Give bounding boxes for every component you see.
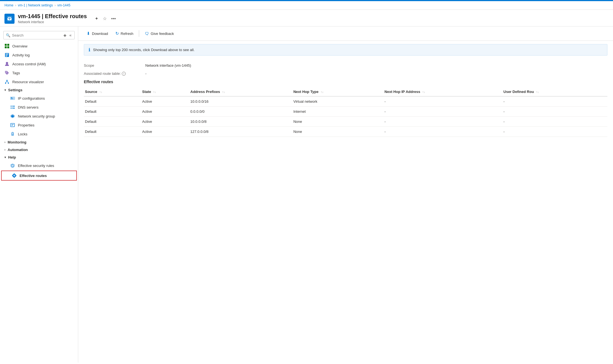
sidebar-section-automation[interactable]: › Automation bbox=[0, 146, 78, 154]
route-table-label: Associated route table: i bbox=[84, 71, 145, 76]
monitoring-label: Monitoring bbox=[8, 140, 26, 144]
resource-icon bbox=[4, 14, 15, 24]
route-table-value: - bbox=[145, 71, 146, 76]
monitoring-chevron: › bbox=[4, 141, 5, 144]
sidebar-item-resource-visualizer[interactable]: Resource visualizer bbox=[0, 77, 78, 86]
overview-icon bbox=[4, 44, 9, 49]
svg-point-11 bbox=[6, 80, 8, 81]
sidebar-search-box[interactable]: 🔍 ◈ « bbox=[3, 31, 75, 39]
sidebar-section-settings[interactable]: ▾ Settings bbox=[0, 86, 78, 94]
svg-line-15 bbox=[7, 81, 8, 83]
settings-label: Settings bbox=[8, 88, 22, 92]
sidebar-item-nsg-label: Network security group bbox=[18, 114, 55, 118]
tags-icon bbox=[4, 70, 9, 75]
sidebar-section-monitoring[interactable]: › Monitoring bbox=[0, 138, 78, 146]
cell-source-2: Default bbox=[84, 117, 141, 127]
download-button[interactable]: ⬇ Download bbox=[84, 29, 111, 38]
page-subtitle: Network interface bbox=[18, 20, 87, 24]
feedback-icon: 🗨 bbox=[145, 31, 149, 36]
breadcrumb-home[interactable]: Home bbox=[4, 3, 13, 7]
refresh-icon: ↻ bbox=[115, 31, 119, 36]
svg-point-22 bbox=[14, 108, 15, 109]
info-icon: ℹ bbox=[89, 47, 90, 52]
sidebar-item-activity-log[interactable]: Activity log bbox=[0, 51, 78, 59]
col-next-hop-type[interactable]: Next Hop Type ↑↓ bbox=[292, 87, 383, 96]
search-icon: 🔍 bbox=[6, 33, 10, 37]
sidebar-item-access-label: Access control (IAM) bbox=[12, 62, 73, 66]
breadcrumb-network-settings[interactable]: vm-1 | Network settings bbox=[18, 3, 53, 7]
sidebar-item-access-control[interactable]: Access control (IAM) bbox=[0, 59, 78, 68]
svg-point-21 bbox=[14, 106, 15, 107]
page-header: vm-1445 | Effective routes Network inter… bbox=[0, 10, 613, 27]
cell-next-hop-ip-0: - bbox=[383, 96, 502, 107]
more-button[interactable]: ••• bbox=[110, 15, 117, 22]
col-source[interactable]: Source ↑↓ bbox=[84, 87, 141, 96]
page-header-actions: ✦ ☆ ••• bbox=[94, 15, 117, 22]
sidebar-item-overview[interactable]: Overview bbox=[0, 42, 78, 51]
sidebar-item-tags[interactable]: Tags bbox=[0, 68, 78, 77]
effective-routes-icon bbox=[12, 173, 17, 178]
route-table-info-icon[interactable]: i bbox=[122, 72, 126, 76]
svg-rect-3 bbox=[5, 46, 7, 48]
sidebar-item-effective-security-rules[interactable]: Effective security rules bbox=[0, 161, 78, 170]
sidebar-item-properties[interactable]: Properties bbox=[0, 121, 78, 130]
toolbar: ⬇ Download ↻ Refresh 🗨 Give feedback bbox=[78, 27, 613, 41]
col-user-defined[interactable]: User Defined Rou ↑↓ bbox=[502, 87, 607, 96]
sort-state-icon: ↑↓ bbox=[153, 90, 156, 94]
table-row: Default Active 127.0.0.0/8 None - - bbox=[84, 127, 607, 137]
table-row: Default Active 0.0.0.0/0 Internet - - bbox=[84, 107, 607, 117]
sidebar-item-activity-label: Activity log bbox=[12, 53, 73, 57]
access-control-icon bbox=[4, 61, 9, 66]
feedback-button[interactable]: 🗨 Give feedback bbox=[142, 30, 177, 38]
sidebar-item-locks[interactable]: Locks bbox=[0, 130, 78, 138]
activity-log-icon bbox=[4, 52, 9, 58]
cell-address-3: 127.0.0.0/8 bbox=[189, 127, 292, 137]
sidebar-item-locks-label: Locks bbox=[18, 132, 27, 136]
col-address[interactable]: Address Prefixes ↑↓ bbox=[189, 87, 292, 96]
cell-address-1: 0.0.0.0/0 bbox=[189, 107, 292, 117]
cell-state-0: Active bbox=[141, 96, 189, 107]
search-input[interactable] bbox=[12, 33, 61, 37]
automation-chevron: › bbox=[4, 148, 5, 151]
svg-point-10 bbox=[6, 72, 7, 73]
sort-user-defined-icon: ↑↓ bbox=[536, 90, 539, 94]
sidebar-item-nsg[interactable]: Network security group bbox=[0, 112, 78, 121]
cell-user-defined-1: - bbox=[502, 107, 607, 117]
cell-user-defined-3: - bbox=[502, 127, 607, 137]
sidebar-item-tags-label: Tags bbox=[12, 71, 73, 75]
pin-button[interactable]: ✦ bbox=[94, 15, 99, 22]
feedback-label: Give feedback bbox=[151, 32, 174, 36]
svg-rect-23 bbox=[11, 123, 15, 127]
sidebar-item-security-rules-label: Effective security rules bbox=[18, 164, 54, 168]
properties-icon bbox=[10, 123, 15, 128]
svg-rect-1 bbox=[5, 44, 7, 46]
refresh-button[interactable]: ↻ Refresh bbox=[113, 29, 136, 38]
routes-table: Source ↑↓ State ↑↓ Address Prefixes ↑↓ bbox=[84, 87, 607, 137]
cell-next-hop-ip-2: - bbox=[383, 117, 502, 127]
col-next-hop-ip[interactable]: Next Hop IP Address ↑↓ bbox=[383, 87, 502, 96]
svg-rect-17 bbox=[11, 97, 12, 98]
sidebar-item-ip-configurations[interactable]: IP configurations bbox=[0, 94, 78, 103]
cell-source-3: Default bbox=[84, 127, 141, 137]
ip-config-icon bbox=[10, 96, 15, 101]
sort-address-icon: ↑↓ bbox=[222, 90, 225, 94]
sort-next-hop-type-icon: ↑↓ bbox=[321, 90, 324, 94]
sidebar-item-effective-routes[interactable]: Effective routes bbox=[1, 171, 77, 181]
scope-label: Scope bbox=[84, 63, 145, 68]
sidebar-section-help[interactable]: ▾ Help bbox=[0, 154, 78, 161]
content-body: Scope Network interface (vm-1445) Associ… bbox=[78, 59, 613, 141]
svg-rect-8 bbox=[6, 56, 7, 56]
svg-line-14 bbox=[6, 81, 7, 83]
info-banner: ℹ Showing only top 200 records, click Do… bbox=[84, 44, 607, 56]
col-state[interactable]: State ↑↓ bbox=[141, 87, 189, 96]
star-button[interactable]: ☆ bbox=[102, 15, 108, 22]
sidebar-collapse-icon[interactable]: « bbox=[69, 32, 72, 38]
cell-address-2: 10.0.0.0/8 bbox=[189, 117, 292, 127]
svg-point-27 bbox=[12, 134, 13, 135]
cell-source-1: Default bbox=[84, 107, 141, 117]
sidebar-item-dns-servers[interactable]: DNS servers bbox=[0, 103, 78, 112]
sidebar-item-overview-label: Overview bbox=[12, 44, 73, 48]
cell-user-defined-2: - bbox=[502, 117, 607, 127]
search-settings-icon[interactable]: ◈ bbox=[63, 32, 67, 38]
svg-rect-7 bbox=[6, 55, 8, 55]
